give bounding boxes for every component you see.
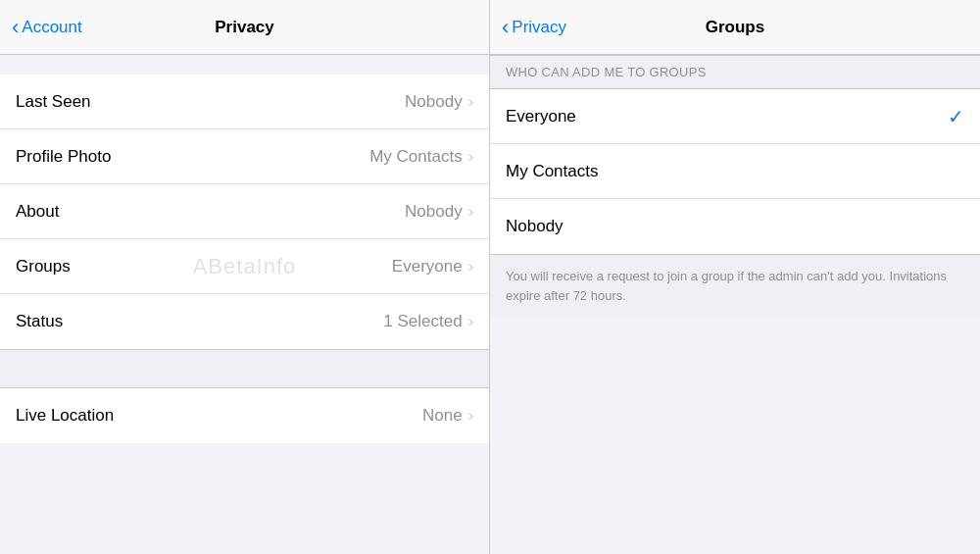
back-chevron-icon: ‹	[12, 17, 19, 38]
groups-item[interactable]: Groups ABetaInfo Everyone ›	[0, 239, 489, 294]
groups-title: Groups	[706, 18, 764, 37]
groups-panel: ‹ Privacy Groups WHO CAN ADD ME TO GROUP…	[490, 0, 980, 554]
status-value: 1 Selected	[383, 312, 462, 331]
privacy-nav-bar: ‹ Account Privacy	[0, 0, 489, 55]
last-seen-item[interactable]: Last Seen Nobody ›	[0, 75, 489, 129]
profile-photo-chevron-icon: ›	[468, 148, 473, 166]
everyone-label: Everyone	[506, 107, 948, 126]
privacy-title: Privacy	[215, 18, 274, 37]
live-location-item[interactable]: Live Location None ›	[0, 388, 489, 443]
nobody-option[interactable]: Nobody	[490, 199, 980, 254]
about-item[interactable]: About Nobody ›	[0, 184, 489, 239]
status-chevron-icon: ›	[468, 313, 473, 330]
about-label: About	[16, 202, 405, 222]
profile-photo-item[interactable]: Profile Photo My Contacts ›	[0, 129, 489, 184]
groups-label: Groups	[16, 257, 392, 277]
who-can-add-section: WHO CAN ADD ME TO GROUPS	[490, 55, 980, 89]
privacy-back-label: Privacy	[512, 18, 566, 37]
last-seen-value: Nobody	[405, 92, 463, 112]
section-header-text: WHO CAN ADD ME TO GROUPS	[506, 65, 707, 79]
back-label: Account	[22, 18, 81, 37]
bottom-settings-list: Live Location None ›	[0, 388, 489, 443]
last-seen-label: Last Seen	[16, 92, 405, 112]
groups-chevron-icon: ›	[468, 258, 473, 276]
privacy-settings-list: Last Seen Nobody › Profile Photo My Cont…	[0, 75, 489, 349]
info-text: You will receive a request to join a gro…	[506, 269, 947, 303]
profile-photo-value: My Contacts	[369, 147, 462, 167]
groups-value: Everyone	[392, 257, 463, 277]
large-separator	[0, 349, 489, 388]
profile-photo-label: Profile Photo	[16, 147, 369, 167]
about-chevron-icon: ›	[468, 203, 473, 221]
privacy-panel: ‹ Account Privacy Last Seen Nobody › Pro…	[0, 0, 490, 554]
live-location-label: Live Location	[16, 406, 422, 426]
account-back-button[interactable]: ‹ Account	[12, 17, 82, 38]
my-contacts-label: My Contacts	[506, 162, 964, 181]
privacy-back-button[interactable]: ‹ Privacy	[502, 17, 566, 38]
top-spacer	[0, 55, 489, 75]
last-seen-chevron-icon: ›	[468, 93, 473, 111]
my-contacts-option[interactable]: My Contacts	[490, 144, 980, 199]
group-options-list: Everyone ✓ My Contacts Nobody	[490, 89, 980, 254]
about-value: Nobody	[405, 202, 463, 222]
nobody-label: Nobody	[506, 217, 964, 236]
everyone-option[interactable]: Everyone ✓	[490, 89, 980, 144]
status-label: Status	[16, 312, 383, 331]
info-box: You will receive a request to join a gro…	[490, 254, 980, 317]
live-location-chevron-icon: ›	[468, 407, 473, 425]
everyone-check-icon: ✓	[948, 105, 964, 128]
groups-nav-bar: ‹ Privacy Groups	[490, 0, 980, 55]
live-location-value: None	[422, 406, 463, 426]
status-item[interactable]: Status 1 Selected ›	[0, 294, 489, 349]
back-chevron-icon-right: ‹	[502, 17, 509, 38]
